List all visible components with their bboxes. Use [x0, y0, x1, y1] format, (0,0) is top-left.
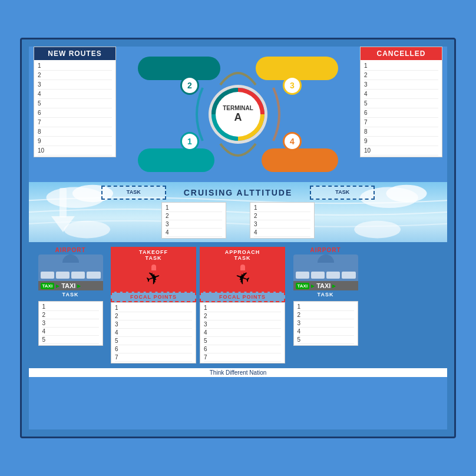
approach-block: APPROACH TASK ✈ FOCAL POINTS 1 2 3 4 5 6: [200, 247, 285, 363]
list-item: 4: [254, 229, 310, 237]
outer-frame: NEW ROUTES 1 2 3 4 5 6 7 8 9 10: [20, 38, 456, 438]
list-item: 3: [204, 320, 281, 329]
list-item: 4: [42, 328, 99, 336]
list-item: 4: [298, 328, 354, 336]
airport-windows-right: [296, 272, 356, 279]
list-item: 3: [364, 80, 438, 90]
focal-label-text-takeoff: FOCAL POINTS: [114, 294, 193, 300]
list-item: 6: [38, 108, 112, 118]
list-item: 1: [364, 61, 438, 71]
cancelled-header: CANCELLED: [361, 47, 442, 60]
cruising-label-row: TASK CRUISING ALTTITUDE TASK: [34, 186, 442, 200]
list-item: 2: [42, 311, 99, 319]
list-item: 5: [364, 99, 438, 108]
list-item: 4: [166, 229, 222, 237]
cancelled-rows: 1 2 3 4 5 6 7 8 9 10: [361, 60, 442, 157]
takeoff-focal-list: 1 2 3 4 5 6 7: [111, 302, 196, 363]
terminal-label-line1: TERMINAL: [223, 105, 253, 111]
window: [87, 272, 100, 279]
takeoff-block: TAKEOFF TASK ✈ FOCAL POINTS 1 2 3 4 5 6: [111, 247, 196, 363]
list-item: 2: [364, 71, 438, 80]
middle-list-left: 1 2 3 4: [161, 202, 226, 239]
airport-dome: [62, 254, 79, 263]
list-item: 9: [38, 137, 112, 146]
list-item: 8: [38, 127, 112, 137]
badge-2: 2: [180, 76, 199, 95]
list-item: 1: [298, 303, 354, 311]
airport-right-list: 1 2 3 4 5: [293, 301, 358, 346]
list-item: 7: [204, 353, 281, 362]
list-item: 2: [166, 212, 222, 220]
cancelled-panel: CANCELLED 1 2 3 4 5 6 7 8 9 10: [360, 47, 442, 157]
list-item: 5: [42, 336, 99, 344]
list-item: 5: [204, 337, 281, 345]
list-item: 5: [115, 337, 192, 345]
terminal-circle-outer: TERMINAL A: [211, 88, 265, 141]
svg-marker-7: [51, 216, 75, 232]
list-item: 1: [204, 304, 281, 312]
list-item: 4: [115, 329, 192, 337]
task-label-airport-right: TASK: [318, 292, 334, 298]
list-item: 4: [38, 90, 112, 99]
airport-right-label: AIRPORT: [310, 247, 341, 253]
list-item: 9: [364, 137, 438, 146]
airport-right: AIRPORT TAXI ▶ TAXI ▶: [289, 247, 362, 346]
top-section: NEW ROUTES 1 2 3 4 5 6 7 8 9 10: [29, 47, 447, 182]
terminal-label-line2: A: [234, 111, 242, 124]
task-box-left: TASK: [101, 186, 166, 200]
list-item: 5: [298, 336, 354, 344]
airport-dome-right: [318, 254, 334, 263]
list-item: 2: [38, 71, 112, 80]
taxi-arrow2-right: ▶: [332, 283, 336, 289]
window: [326, 272, 340, 279]
airport-right-building: [293, 254, 358, 281]
taxi-strip-right: TAXI ▶ TAXI ▶: [293, 281, 358, 290]
badge-4: 4: [283, 132, 302, 151]
window: [71, 272, 85, 279]
task-label-right: TASK: [316, 189, 369, 195]
approach-plane-area: ✈: [200, 263, 285, 292]
task-box-right: TASK: [310, 186, 375, 200]
route-pill-orange-bottom: [262, 148, 338, 172]
terminal-circle-inner: TERMINAL A: [216, 92, 260, 137]
list-item: 1: [115, 304, 192, 312]
window: [311, 272, 325, 279]
route-pill-teal-top: [138, 57, 220, 80]
down-arrow-indicator: [51, 188, 75, 237]
taxi-text-left: TAXI: [61, 282, 75, 289]
middle-lists-row: 1 2 3 4 1 2 3 4: [34, 202, 442, 239]
terminal-diagram: TERMINAL A 1 2 3 4: [132, 55, 344, 173]
taxi-strip-left: TAXI ▶ TAXI ▶: [38, 281, 103, 290]
badge-3: 3: [283, 76, 302, 95]
list-item: 6: [204, 345, 281, 353]
list-item: 10: [364, 146, 438, 156]
footer-text: Think Different Nation: [210, 369, 267, 376]
list-item: 3: [115, 320, 192, 329]
list-item: 7: [115, 353, 192, 362]
list-item: 1: [254, 204, 310, 212]
focal-label-text-approach: FOCAL POINTS: [203, 294, 282, 300]
taxi-green-left: TAXI: [41, 283, 55, 289]
takeoff-plane-area: ✈: [111, 263, 196, 292]
list-item: 4: [364, 90, 438, 99]
window: [342, 272, 355, 279]
svg-rect-6: [60, 188, 67, 217]
focal-label-approach: FOCAL POINTS: [200, 292, 285, 302]
cruising-label: CRUISING ALTTITUDE: [184, 188, 293, 197]
list-item: 2: [115, 312, 192, 320]
list-item: 2: [254, 212, 310, 220]
airport-left: AIRPORT TAXI ▶ TAXI ▶: [34, 247, 107, 346]
list-item: 8: [364, 127, 438, 137]
badge-1: 1: [180, 132, 199, 151]
takeoff-header: TAKEOFF TASK: [111, 247, 196, 263]
middle-list-right: 1 2 3 4: [250, 202, 315, 239]
footer: Think Different Nation: [29, 368, 447, 377]
list-item: 7: [38, 118, 112, 127]
airport-left-building: [38, 254, 103, 281]
list-item: 1: [42, 303, 99, 311]
list-item: 3: [254, 220, 310, 229]
list-item: 3: [298, 319, 354, 328]
taxi-green-right: TAXI: [296, 283, 310, 289]
window: [41, 272, 54, 279]
list-item: 1: [166, 204, 222, 212]
